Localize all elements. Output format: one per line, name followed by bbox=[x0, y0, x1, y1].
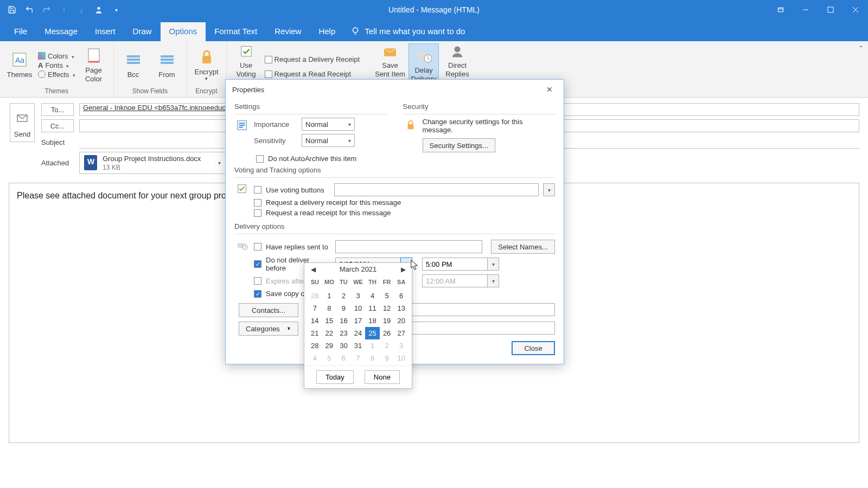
no-autoarchive-checkbox[interactable]: Do not AutoArchive this item bbox=[256, 155, 555, 163]
calendar-day-cell[interactable]: 16 bbox=[336, 314, 351, 327]
tell-me-search[interactable]: Tell me what you want to do bbox=[350, 26, 465, 41]
calendar-day-cell[interactable]: 2 bbox=[336, 290, 351, 302]
tab-insert[interactable]: Insert bbox=[86, 22, 124, 41]
tab-format-text[interactable]: Format Text bbox=[206, 22, 266, 41]
calendar-day-cell[interactable]: 14 bbox=[308, 314, 322, 327]
themes-button[interactable]: Aa Themes bbox=[4, 43, 35, 87]
calendar-day-cell[interactable]: 26 bbox=[380, 327, 394, 339]
voting-dropdown-button[interactable]: ▾ bbox=[543, 183, 555, 196]
from-button[interactable]: From bbox=[152, 43, 182, 87]
colors-button[interactable]: Colors bbox=[38, 52, 75, 60]
sensitivity-dropdown[interactable]: Normal bbox=[302, 134, 355, 147]
encrypt-button[interactable]: Encrypt▾ bbox=[192, 43, 222, 87]
calendar-day-cell[interactable]: 21 bbox=[308, 327, 322, 339]
use-voting-checkbox[interactable]: Use voting buttons▾ bbox=[254, 183, 555, 196]
calendar-day-cell[interactable]: 1 bbox=[365, 339, 380, 352]
read-receipt-checkbox[interactable]: Request a Read Receipt bbox=[265, 70, 360, 78]
close-button[interactable] bbox=[843, 0, 868, 20]
calendar-day-cell[interactable]: 25 bbox=[365, 327, 380, 339]
tab-draw[interactable]: Draw bbox=[124, 22, 161, 41]
calendar-day-cell[interactable]: 3 bbox=[394, 339, 409, 352]
calendar-day-cell[interactable]: 29 bbox=[322, 339, 337, 352]
deliver-time-input[interactable] bbox=[422, 258, 487, 271]
today-button[interactable]: Today bbox=[316, 370, 354, 384]
prev-month-button[interactable]: ◀ bbox=[309, 266, 317, 273]
expires-time-input[interactable] bbox=[422, 274, 487, 287]
calendar-day-cell[interactable]: 9 bbox=[380, 352, 394, 364]
calendar-day-cell[interactable]: 2 bbox=[380, 339, 394, 352]
calendar-day-cell[interactable]: 27 bbox=[394, 327, 409, 339]
calendar-day-cell[interactable]: 1 bbox=[322, 290, 337, 302]
calendar-day-cell[interactable]: 7 bbox=[351, 352, 366, 364]
calendar-day-cell[interactable]: 24 bbox=[351, 327, 366, 339]
calendar-day-cell[interactable]: 15 bbox=[322, 314, 337, 327]
next-month-button[interactable]: ▶ bbox=[399, 266, 407, 273]
calendar-day-cell[interactable]: 20 bbox=[394, 314, 409, 327]
calendar-day-cell[interactable]: 4 bbox=[365, 290, 380, 302]
redo-icon[interactable] bbox=[39, 2, 54, 17]
calendar-day-cell[interactable]: 18 bbox=[365, 314, 380, 327]
calendar-day-cell[interactable]: 28 bbox=[308, 339, 322, 352]
security-settings-button[interactable]: Security Settings... bbox=[423, 138, 495, 152]
calendar-day-cell[interactable]: 8 bbox=[322, 302, 337, 314]
attachment-chip[interactable]: Group Project Instructions.docx 13 KB ▾ bbox=[79, 152, 226, 174]
replies-input[interactable] bbox=[335, 240, 482, 253]
calendar-day-cell[interactable]: 12 bbox=[380, 302, 394, 314]
effects-button[interactable]: Effects bbox=[38, 70, 75, 79]
calendar-day-cell[interactable]: 10 bbox=[351, 302, 366, 314]
req-delivery-checkbox[interactable]: Request a delivery receipt for this mess… bbox=[254, 198, 555, 207]
tab-file[interactable]: File bbox=[5, 22, 36, 41]
req-read-checkbox[interactable]: Request a read receipt for this message bbox=[254, 209, 555, 217]
checkbox-checked-icon[interactable]: ✓ bbox=[254, 260, 261, 268]
expires-time-dropdown-button[interactable]: ▾ bbox=[487, 274, 499, 287]
up-arrow-icon[interactable]: ↑ bbox=[56, 2, 72, 17]
dialog-close-button[interactable]: ✕ bbox=[542, 84, 557, 95]
importance-dropdown[interactable]: Normal bbox=[302, 118, 355, 131]
deliver-time-dropdown-button[interactable]: ▾ bbox=[487, 258, 499, 271]
calendar-day-cell[interactable]: 17 bbox=[351, 314, 366, 327]
calendar-day-cell[interactable]: 13 bbox=[394, 302, 409, 314]
calendar-day-cell[interactable]: 3 bbox=[351, 290, 366, 302]
have-replies-checkbox[interactable]: Have replies sent toSelect Names... bbox=[254, 240, 555, 254]
minimize-button[interactable] bbox=[793, 0, 818, 20]
down-arrow-icon[interactable]: ↓ bbox=[74, 2, 89, 17]
bcc-button[interactable]: Bcc bbox=[118, 43, 149, 87]
tab-help[interactable]: Help bbox=[310, 22, 344, 41]
attachment-dropdown-icon[interactable]: ▾ bbox=[218, 160, 221, 166]
cc-button[interactable]: Cc... bbox=[41, 119, 74, 132]
send-button[interactable]: Send bbox=[10, 103, 35, 142]
save-icon[interactable] bbox=[4, 2, 20, 17]
calendar-day-cell[interactable]: 23 bbox=[336, 327, 351, 339]
delivery-receipt-checkbox[interactable]: Request a Delivery Receipt bbox=[265, 55, 360, 63]
page-color-button[interactable]: Page Color bbox=[79, 43, 109, 87]
calendar-day-cell[interactable]: 5 bbox=[380, 290, 394, 302]
tab-message[interactable]: Message bbox=[36, 22, 86, 41]
voting-input[interactable] bbox=[334, 183, 539, 196]
maximize-button[interactable] bbox=[818, 0, 843, 20]
tab-review[interactable]: Review bbox=[266, 22, 310, 41]
to-button[interactable]: To... bbox=[41, 103, 74, 116]
calendar-day-cell[interactable]: 30 bbox=[336, 339, 351, 352]
none-button[interactable]: None bbox=[365, 370, 400, 384]
calendar-day-cell[interactable]: 28 bbox=[308, 290, 322, 302]
calendar-day-cell[interactable]: 4 bbox=[308, 352, 322, 364]
calendar-day-cell[interactable]: 10 bbox=[394, 352, 409, 364]
calendar-day-cell[interactable]: 6 bbox=[394, 290, 409, 302]
calendar-day-cell[interactable]: 9 bbox=[336, 302, 351, 314]
tab-options[interactable]: Options bbox=[161, 22, 206, 41]
calendar-day-cell[interactable]: 8 bbox=[365, 352, 380, 364]
fonts-button[interactable]: AFonts bbox=[38, 61, 75, 69]
calendar-day-cell[interactable]: 5 bbox=[322, 352, 337, 364]
undo-icon[interactable] bbox=[22, 2, 37, 17]
calendar-day-cell[interactable]: 19 bbox=[380, 314, 394, 327]
calendar-day-cell[interactable]: 6 bbox=[336, 352, 351, 364]
calendar-day-cell[interactable]: 22 bbox=[322, 327, 337, 339]
select-names-button[interactable]: Select Names... bbox=[491, 240, 555, 254]
close-dialog-button[interactable]: Close bbox=[512, 341, 555, 355]
contacts-button[interactable]: Contacts... bbox=[239, 303, 298, 317]
calendar-day-cell[interactable]: 11 bbox=[365, 302, 380, 314]
qat-more-icon[interactable]: ▾ bbox=[108, 2, 124, 17]
calendar-day-cell[interactable]: 31 bbox=[351, 339, 366, 352]
ribbon-display-icon[interactable] bbox=[768, 0, 793, 20]
collapse-ribbon-icon[interactable]: ⌃ bbox=[858, 44, 864, 52]
